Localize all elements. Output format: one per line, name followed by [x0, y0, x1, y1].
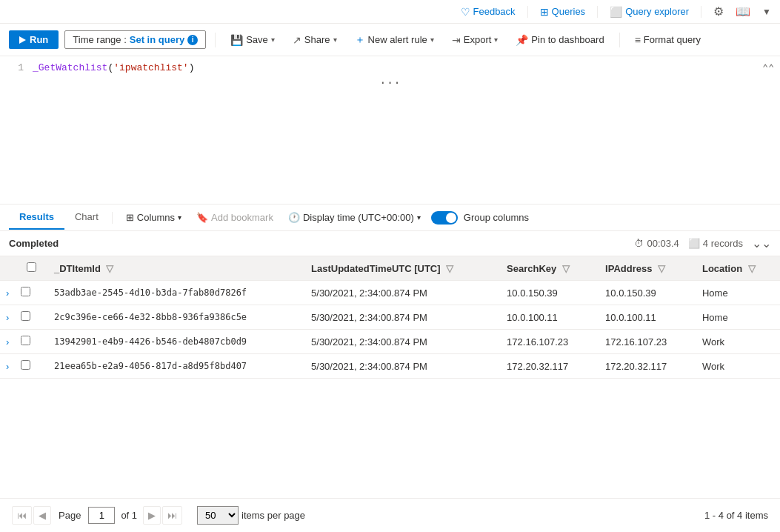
group-columns-toggle[interactable]	[431, 211, 458, 225]
table-row: › 53adb3ae-2545-4d10-b3da-7fab80d7826f 5…	[0, 281, 780, 305]
settings-icon[interactable]: ⚙	[713, 4, 724, 19]
row-checkbox-cell-2	[18, 330, 45, 354]
per-page-dropdown[interactable]: 50 10 25 100 200	[197, 506, 239, 525]
row-ipaddress-1: 10.0.100.11	[596, 305, 693, 330]
of-label: of 1	[121, 510, 137, 521]
time-range-label: Time range :	[73, 34, 127, 45]
export-button[interactable]: ⇥ Export ▾	[446, 31, 504, 49]
header-dtitemid: _DTItemId ▽	[45, 256, 302, 281]
tab-results[interactable]: Results	[9, 205, 64, 230]
line-number: 1	[9, 62, 24, 73]
columns-label: Columns	[137, 212, 175, 223]
row-lastupdated-1: 5/30/2021, 2:34:00.874 PM	[302, 305, 498, 330]
run-button[interactable]: Run	[9, 30, 59, 49]
export-icon: ⇥	[452, 34, 461, 46]
columns-chevron: ▾	[178, 213, 181, 222]
export-chevron: ▾	[494, 36, 498, 44]
row-checkbox-cell-0	[18, 281, 45, 305]
row-expand-3[interactable]: ›	[0, 354, 18, 379]
records-icon: ⬜	[688, 238, 700, 249]
save-button[interactable]: 💾 Save ▾	[224, 31, 281, 49]
header-lastupdated-label: LastUpdatedTimeUTC [UTC]	[311, 263, 441, 274]
share-button[interactable]: ↗ Share ▾	[287, 31, 343, 49]
pagination-bar: ⏮ ◀ Page of 1 ▶ ⏭ 50 10 25 100 200 items…	[0, 498, 780, 532]
status-time-value: 00:03.4	[647, 238, 679, 249]
status-records-count: 4 records	[703, 238, 743, 249]
status-records: ⬜ 4 records	[688, 238, 743, 249]
row-checkbox-2[interactable]	[21, 336, 30, 345]
row-expand-2[interactable]: ›	[0, 330, 18, 354]
query-explorer-link[interactable]: ⬜ Query explorer	[610, 6, 689, 18]
row-expand-1[interactable]: ›	[0, 305, 18, 330]
topbar-divider-1	[527, 6, 528, 18]
top-bar: ♡ Feedback ⊞ Queries ⬜ Query explorer ⚙ …	[0, 0, 780, 24]
row-ipaddress-0: 10.0.150.39	[596, 281, 693, 305]
results-tabs-bar: Results Chart ⊞ Columns ▾ 🔖 Add bookmark…	[0, 205, 780, 231]
row-searchkey-0: 10.0.150.39	[498, 281, 596, 305]
format-icon: ≡	[635, 34, 641, 46]
book-icon[interactable]: 📖	[736, 4, 750, 19]
row-lastupdated-2: 5/30/2021, 2:34:00.874 PM	[302, 330, 498, 354]
table-row: › 13942901-e4b9-4426-b546-deb4807cb0d9 5…	[0, 330, 780, 354]
display-time-button[interactable]: 🕐 Display time (UTC+00:00) ▾	[284, 209, 425, 226]
location-filter-icon[interactable]: ▽	[748, 263, 756, 274]
toolbar-divider-1	[215, 33, 216, 47]
items-per-page-label: items per page	[241, 510, 305, 521]
time-range-button[interactable]: Time range : Set in query i	[64, 30, 206, 49]
run-label: Run	[30, 34, 48, 45]
share-icon: ↗	[293, 34, 301, 46]
page-input[interactable]	[88, 507, 115, 524]
row-searchkey-3: 172.20.32.117	[498, 354, 596, 379]
row-checkbox-1[interactable]	[21, 311, 30, 321]
row-id-3: 21eea65b-e2a9-4056-817d-a8d95f8bd407	[45, 354, 302, 379]
header-ipaddress-label: IPAddress	[605, 263, 652, 274]
tab-chart[interactable]: Chart	[64, 205, 109, 230]
results-table: _DTItemId ▽ LastUpdatedTimeUTC [UTC] ▽ S…	[0, 256, 780, 379]
columns-button[interactable]: ⊞ Columns ▾	[121, 209, 186, 226]
row-ipaddress-2: 172.16.107.23	[596, 330, 693, 354]
editor-area[interactable]: 1 _GetWatchlist('ipwatchlist') ··· ⌃⌃	[0, 56, 780, 205]
new-alert-rule-button[interactable]: ＋ New alert rule ▾	[349, 30, 440, 50]
row-checkbox-3[interactable]	[21, 360, 30, 370]
row-id-0: 53adb3ae-2545-4d10-b3da-7fab80d7826f	[45, 281, 302, 305]
lastupdated-filter-icon[interactable]: ▽	[446, 263, 453, 274]
code-function: _GetWatchlist	[33, 62, 107, 73]
queries-label: Queries	[552, 6, 586, 17]
query-explorer-icon: ⬜	[610, 6, 622, 18]
ipaddress-filter-icon[interactable]: ▽	[658, 263, 665, 274]
prev-page-button[interactable]: ◀	[33, 506, 51, 525]
info-icon: i	[187, 35, 198, 45]
header-checkbox[interactable]	[27, 262, 36, 272]
save-chevron: ▾	[271, 36, 275, 44]
add-bookmark-button[interactable]: 🔖 Add bookmark	[192, 209, 278, 226]
feedback-link[interactable]: ♡ Feedback	[461, 6, 516, 18]
searchkey-filter-icon[interactable]: ▽	[562, 263, 570, 274]
group-columns-label: Group columns	[464, 212, 529, 223]
table-body: › 53adb3ae-2545-4d10-b3da-7fab80d7826f 5…	[0, 281, 780, 379]
last-page-button[interactable]: ⏭	[162, 506, 182, 525]
collapse-all-button[interactable]: ⌄⌄	[752, 236, 771, 250]
dtitemid-filter-icon[interactable]: ▽	[106, 263, 113, 274]
query-explorer-label: Query explorer	[625, 6, 689, 17]
pin-to-dashboard-button[interactable]: 📌 Pin to dashboard	[510, 31, 610, 49]
row-checkbox-cell-3	[18, 354, 45, 379]
row-expand-0[interactable]: ›	[0, 281, 18, 305]
queries-link[interactable]: ⊞ Queries	[540, 6, 586, 18]
row-location-1: Home	[693, 305, 780, 330]
row-id-2: 13942901-e4b9-4426-b546-deb4807cb0d9	[45, 330, 302, 354]
code-paren-close: )	[189, 62, 195, 73]
chevron-down-icon[interactable]: ▼	[762, 7, 771, 17]
header-location: Location ▽	[693, 256, 780, 281]
next-page-button[interactable]: ▶	[143, 506, 161, 525]
row-checkbox-0[interactable]	[21, 287, 30, 296]
toolbar-divider-2	[619, 33, 620, 47]
format-query-button[interactable]: ≡ Format query	[629, 31, 707, 49]
status-bar: Completed ⏱ 00:03.4 ⬜ 4 records ⌄⌄	[0, 231, 780, 256]
first-page-button[interactable]: ⏮	[12, 506, 32, 525]
status-completed: Completed	[9, 238, 59, 249]
collapse-editor-button[interactable]: ⌃⌃	[762, 62, 774, 74]
results-table-wrapper: _DTItemId ▽ LastUpdatedTimeUTC [UTC] ▽ S…	[0, 256, 780, 498]
header-searchkey-label: SearchKey	[507, 263, 556, 274]
share-label: Share	[304, 34, 330, 45]
pagination-nav: ⏮ ◀ Page of 1 ▶ ⏭	[12, 506, 182, 525]
